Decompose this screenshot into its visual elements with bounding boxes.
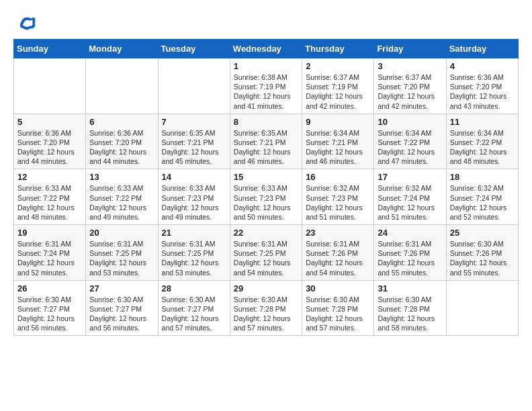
day-number: 26 [17, 283, 82, 293]
day-number: 18 [450, 172, 515, 182]
day-cell: 13Sunrise: 6:33 AM Sunset: 7:22 PM Dayli… [86, 169, 158, 225]
day-info: Sunrise: 6:37 AM Sunset: 7:19 PM Dayligh… [306, 73, 370, 111]
weekday-saturday: Saturday [446, 40, 518, 58]
day-info: Sunrise: 6:35 AM Sunset: 7:21 PM Dayligh… [162, 128, 226, 167]
week-row-4: 19Sunrise: 6:31 AM Sunset: 7:24 PM Dayli… [14, 225, 519, 281]
day-info: Sunrise: 6:32 AM Sunset: 7:23 PM Dayligh… [306, 183, 370, 222]
weekday-tuesday: Tuesday [158, 40, 230, 58]
day-info: Sunrise: 6:34 AM Sunset: 7:22 PM Dayligh… [378, 128, 442, 167]
day-cell: 2Sunrise: 6:37 AM Sunset: 7:19 PM Daylig… [302, 58, 374, 114]
day-number: 2 [306, 61, 370, 71]
day-cell: 7Sunrise: 6:35 AM Sunset: 7:21 PM Daylig… [158, 113, 230, 169]
day-cell: 18Sunrise: 6:32 AM Sunset: 7:24 PM Dayli… [446, 169, 518, 225]
day-number: 6 [89, 117, 154, 127]
day-cell: 31Sunrise: 6:30 AM Sunset: 7:28 PM Dayli… [374, 280, 446, 336]
day-number: 16 [306, 172, 370, 182]
day-info: Sunrise: 6:31 AM Sunset: 7:26 PM Dayligh… [378, 239, 442, 277]
day-number: 21 [162, 228, 226, 238]
day-info: Sunrise: 6:36 AM Sunset: 7:20 PM Dayligh… [89, 128, 154, 167]
day-cell: 6Sunrise: 6:36 AM Sunset: 7:20 PM Daylig… [86, 113, 158, 169]
day-number: 13 [89, 172, 154, 182]
day-cell: 14Sunrise: 6:33 AM Sunset: 7:23 PM Dayli… [158, 169, 230, 225]
day-cell: 22Sunrise: 6:31 AM Sunset: 7:25 PM Dayli… [230, 225, 302, 281]
day-info: Sunrise: 6:33 AM Sunset: 7:22 PM Dayligh… [17, 183, 82, 222]
day-info: Sunrise: 6:30 AM Sunset: 7:27 PM Dayligh… [162, 295, 226, 333]
day-cell: 5Sunrise: 6:36 AM Sunset: 7:20 PM Daylig… [14, 113, 86, 169]
day-number: 22 [234, 228, 298, 238]
day-cell: 12Sunrise: 6:33 AM Sunset: 7:22 PM Dayli… [14, 169, 86, 225]
day-cell: 25Sunrise: 6:30 AM Sunset: 7:26 PM Dayli… [446, 225, 518, 281]
day-info: Sunrise: 6:33 AM Sunset: 7:22 PM Dayligh… [89, 183, 154, 222]
day-number: 19 [17, 228, 82, 238]
day-cell: 27Sunrise: 6:30 AM Sunset: 7:27 PM Dayli… [86, 280, 158, 336]
day-cell: 26Sunrise: 6:30 AM Sunset: 7:27 PM Dayli… [14, 280, 86, 336]
day-number: 11 [450, 117, 515, 127]
day-number: 20 [89, 228, 154, 238]
day-cell: 1Sunrise: 6:38 AM Sunset: 7:19 PM Daylig… [230, 58, 302, 114]
page-container: SundayMondayTuesdayWednesdayThursdayFrid… [0, 0, 532, 342]
day-cell [14, 58, 86, 114]
day-number: 17 [378, 172, 442, 182]
day-info: Sunrise: 6:34 AM Sunset: 7:22 PM Dayligh… [450, 128, 515, 167]
day-info: Sunrise: 6:30 AM Sunset: 7:28 PM Dayligh… [234, 295, 298, 333]
logo [13, 13, 36, 32]
day-info: Sunrise: 6:32 AM Sunset: 7:24 PM Dayligh… [378, 183, 442, 222]
day-info: Sunrise: 6:30 AM Sunset: 7:27 PM Dayligh… [17, 295, 82, 333]
day-info: Sunrise: 6:30 AM Sunset: 7:27 PM Dayligh… [89, 295, 154, 333]
day-number: 15 [234, 172, 298, 182]
day-number: 25 [450, 228, 515, 238]
day-info: Sunrise: 6:30 AM Sunset: 7:28 PM Dayligh… [306, 295, 370, 333]
day-cell: 17Sunrise: 6:32 AM Sunset: 7:24 PM Dayli… [374, 169, 446, 225]
day-info: Sunrise: 6:31 AM Sunset: 7:25 PM Dayligh… [89, 239, 154, 277]
day-cell [158, 58, 230, 114]
week-row-5: 26Sunrise: 6:30 AM Sunset: 7:27 PM Dayli… [14, 280, 519, 336]
day-cell [446, 280, 518, 336]
day-cell: 30Sunrise: 6:30 AM Sunset: 7:28 PM Dayli… [302, 280, 374, 336]
day-info: Sunrise: 6:31 AM Sunset: 7:26 PM Dayligh… [306, 239, 370, 277]
day-info: Sunrise: 6:36 AM Sunset: 7:20 PM Dayligh… [450, 73, 515, 111]
header [13, 13, 519, 32]
day-info: Sunrise: 6:32 AM Sunset: 7:24 PM Dayligh… [450, 183, 515, 222]
day-cell: 28Sunrise: 6:30 AM Sunset: 7:27 PM Dayli… [158, 280, 230, 336]
day-cell: 23Sunrise: 6:31 AM Sunset: 7:26 PM Dayli… [302, 225, 374, 281]
day-cell: 20Sunrise: 6:31 AM Sunset: 7:25 PM Dayli… [86, 225, 158, 281]
day-number: 23 [306, 228, 370, 238]
weekday-header-row: SundayMondayTuesdayWednesdayThursdayFrid… [14, 40, 519, 58]
day-cell: 21Sunrise: 6:31 AM Sunset: 7:25 PM Dayli… [158, 225, 230, 281]
day-number: 4 [450, 61, 515, 71]
day-info: Sunrise: 6:31 AM Sunset: 7:24 PM Dayligh… [17, 239, 82, 277]
day-number: 12 [17, 172, 82, 182]
day-cell: 8Sunrise: 6:35 AM Sunset: 7:21 PM Daylig… [230, 113, 302, 169]
day-info: Sunrise: 6:34 AM Sunset: 7:21 PM Dayligh… [306, 128, 370, 167]
weekday-monday: Monday [86, 40, 158, 58]
day-number: 31 [378, 283, 442, 293]
day-info: Sunrise: 6:30 AM Sunset: 7:26 PM Dayligh… [450, 239, 515, 277]
day-number: 1 [234, 61, 298, 71]
day-cell: 19Sunrise: 6:31 AM Sunset: 7:24 PM Dayli… [14, 225, 86, 281]
day-number: 7 [162, 117, 226, 127]
week-row-2: 5Sunrise: 6:36 AM Sunset: 7:20 PM Daylig… [14, 113, 519, 169]
day-info: Sunrise: 6:31 AM Sunset: 7:25 PM Dayligh… [162, 239, 226, 277]
weekday-wednesday: Wednesday [230, 40, 302, 58]
week-row-3: 12Sunrise: 6:33 AM Sunset: 7:22 PM Dayli… [14, 169, 519, 225]
day-info: Sunrise: 6:35 AM Sunset: 7:21 PM Dayligh… [234, 128, 298, 167]
day-cell: 15Sunrise: 6:33 AM Sunset: 7:23 PM Dayli… [230, 169, 302, 225]
day-info: Sunrise: 6:31 AM Sunset: 7:25 PM Dayligh… [234, 239, 298, 277]
day-cell: 4Sunrise: 6:36 AM Sunset: 7:20 PM Daylig… [446, 58, 518, 114]
day-info: Sunrise: 6:37 AM Sunset: 7:20 PM Dayligh… [378, 73, 442, 111]
day-info: Sunrise: 6:33 AM Sunset: 7:23 PM Dayligh… [234, 183, 298, 222]
day-cell [86, 58, 158, 114]
day-cell: 29Sunrise: 6:30 AM Sunset: 7:28 PM Dayli… [230, 280, 302, 336]
day-info: Sunrise: 6:38 AM Sunset: 7:19 PM Dayligh… [234, 73, 298, 111]
day-info: Sunrise: 6:36 AM Sunset: 7:20 PM Dayligh… [17, 128, 82, 167]
day-cell: 9Sunrise: 6:34 AM Sunset: 7:21 PM Daylig… [302, 113, 374, 169]
day-number: 14 [162, 172, 226, 182]
day-number: 3 [378, 61, 442, 71]
day-number: 8 [234, 117, 298, 127]
logo-icon [17, 13, 36, 32]
day-number: 10 [378, 117, 442, 127]
day-number: 28 [162, 283, 226, 293]
day-number: 29 [234, 283, 298, 293]
day-cell: 10Sunrise: 6:34 AM Sunset: 7:22 PM Dayli… [374, 113, 446, 169]
day-number: 5 [17, 117, 82, 127]
